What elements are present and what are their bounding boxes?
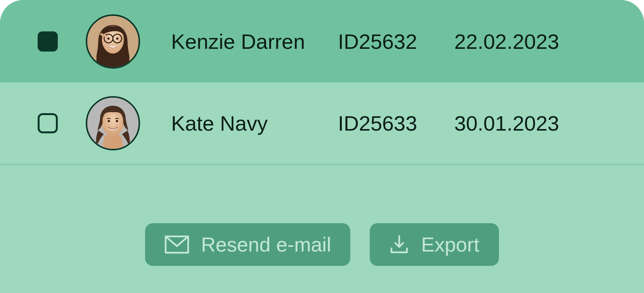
download-icon [389, 234, 409, 255]
mail-icon [164, 235, 189, 254]
action-bar: Resend e-mail Export [0, 165, 644, 293]
svg-point-5 [107, 37, 110, 40]
svg-point-9 [108, 120, 110, 122]
user-id: ID25633 [338, 111, 454, 135]
row-checkbox[interactable] [37, 31, 59, 52]
user-date: 30.01.2023 [454, 111, 559, 135]
table-row[interactable]: Kenzie Darren ID25632 22.02.2023 [0, 0, 644, 83]
user-id: ID25632 [338, 29, 454, 53]
resend-email-button[interactable]: Resend e-mail [145, 223, 350, 266]
avatar [86, 96, 140, 150]
svg-point-10 [116, 120, 118, 122]
resend-email-label: Resend e-mail [201, 233, 331, 256]
user-date: 22.02.2023 [454, 29, 559, 53]
row-checkbox[interactable] [37, 112, 59, 134]
user-list-panel: Kenzie Darren ID25632 22.02.2023 [0, 0, 644, 293]
table-row[interactable]: Kate Navy ID25633 30.01.2023 [0, 83, 644, 165]
user-name: Kate Navy [171, 111, 338, 135]
avatar [86, 14, 140, 69]
svg-point-6 [116, 37, 118, 40]
export-button[interactable]: Export [370, 223, 499, 266]
export-label: Export [421, 233, 479, 256]
user-name: Kenzie Darren [171, 29, 338, 53]
